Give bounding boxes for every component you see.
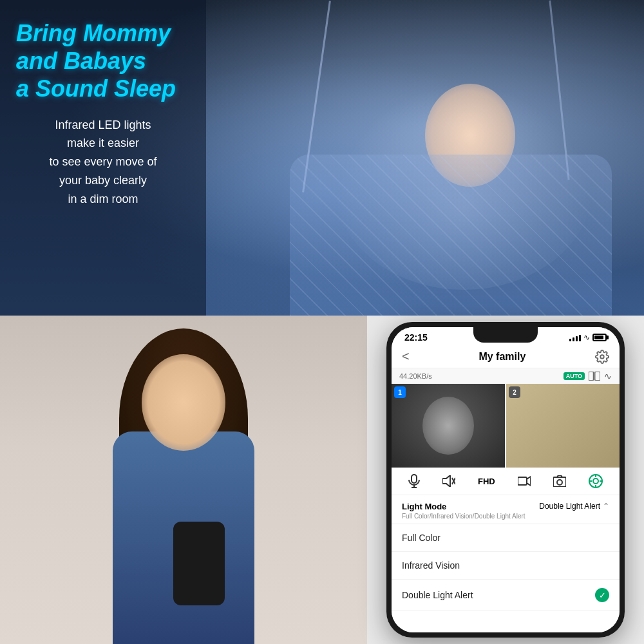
woman-figure <box>80 328 287 644</box>
auto-badge: AUTO <box>564 372 585 380</box>
gear-icon[interactable] <box>595 350 609 364</box>
phone-notch <box>473 327 538 343</box>
speed-icons: AUTO ∿ <box>564 371 612 381</box>
full-color-option[interactable]: Full Color <box>392 524 620 552</box>
svg-rect-9 <box>518 477 527 485</box>
app-header: < My family <box>392 345 620 368</box>
chevron-up-icon: ⌃ <box>603 502 609 511</box>
split-screen-icon[interactable] <box>589 372 600 381</box>
infrared-vision-option[interactable]: Infrared Vision <box>392 552 620 580</box>
light-mode-current-label: Double Light Alert <box>539 502 600 511</box>
phone-mockup: 22:15 ∿ <box>386 322 625 638</box>
wifi-icon: ∿ <box>583 333 590 342</box>
status-icons: ∿ <box>569 333 607 342</box>
double-light-alert-label: Double Light Alert <box>402 590 473 600</box>
signal-bar-2 <box>573 337 574 341</box>
quality-label: FHD <box>478 477 495 486</box>
signal-bar-3 <box>576 336 578 341</box>
light-mode-header: Light Mode Full Color/Infrared Vision/Do… <box>392 495 620 524</box>
signal-bars-icon <box>569 334 581 341</box>
feed-2-image <box>506 384 620 468</box>
light-mode-title: Light Mode <box>402 502 526 511</box>
signal-bar-4 <box>579 335 581 341</box>
full-color-label: Full Color <box>402 533 440 543</box>
svg-rect-1 <box>589 372 594 381</box>
text-overlay: Bring Mommyand Babaysa Sound Sleep Infra… <box>0 0 206 316</box>
camera-feed-1[interactable]: 1 <box>392 384 505 468</box>
speed-bar: 44.20KB/s AUTO ∿ <box>392 368 620 384</box>
record-button[interactable] <box>518 475 531 487</box>
woman-section <box>0 316 367 644</box>
status-bar: 22:15 ∿ <box>392 327 620 345</box>
svg-point-0 <box>600 355 604 359</box>
signal-bar-1 <box>569 339 571 341</box>
app-title: My family <box>478 351 526 363</box>
camera-feeds: 1 2 <box>392 384 620 468</box>
microphone-button[interactable] <box>408 474 420 488</box>
svg-rect-2 <box>595 372 600 381</box>
light-mode-current[interactable]: Double Light Alert ⌃ <box>539 502 609 511</box>
quality-button[interactable]: FHD <box>478 477 495 486</box>
speaker-button[interactable] <box>442 475 455 487</box>
baby-infrared <box>422 397 474 455</box>
subtext: Infrared LED lightsmake it easierto see … <box>16 116 190 209</box>
feed-1-image <box>392 384 505 468</box>
feed-2-number: 2 <box>509 386 520 398</box>
wifi-signal-icon: ∿ <box>604 371 612 381</box>
svg-point-12 <box>557 480 562 485</box>
phone-section: 22:15 ∿ <box>367 316 644 644</box>
phone-in-hand <box>173 522 225 605</box>
top-section: Bring Mommyand Babaysa Sound Sleep Infra… <box>0 0 644 316</box>
check-icon: ✓ <box>595 588 609 602</box>
light-mode-sub: Full Color/Infrared Vision/Double Light … <box>402 513 526 520</box>
woman-face <box>142 354 225 451</box>
phone-screen: 22:15 ∿ <box>392 327 620 632</box>
infrared-vision-label: Infrared Vision <box>402 560 460 571</box>
baby-blanket <box>290 155 612 316</box>
back-button[interactable]: < <box>402 349 410 364</box>
light-mode-left: Light Mode Full Color/Infrared Vision/Do… <box>402 502 526 520</box>
snapshot-button[interactable] <box>553 475 566 487</box>
battery-icon <box>592 334 607 341</box>
more-settings-button[interactable] <box>589 474 603 488</box>
speed-text: 44.20KB/s <box>399 372 432 380</box>
svg-rect-3 <box>412 475 417 483</box>
svg-point-14 <box>593 478 598 484</box>
status-time: 22:15 <box>404 332 428 343</box>
battery-fill <box>594 336 603 339</box>
feed-1-number: 1 <box>394 386 406 398</box>
bottom-section: 22:15 ∿ <box>0 316 644 644</box>
headline: Bring Mommyand Babaysa Sound Sleep <box>16 19 190 103</box>
settings-panel: Light Mode Full Color/Infrared Vision/Do… <box>392 495 620 632</box>
camera-feed-2[interactable]: 2 <box>506 384 620 468</box>
control-bar: FHD <box>392 468 620 495</box>
double-light-alert-option[interactable]: Double Light Alert ✓ <box>392 580 620 611</box>
svg-marker-6 <box>442 475 450 487</box>
